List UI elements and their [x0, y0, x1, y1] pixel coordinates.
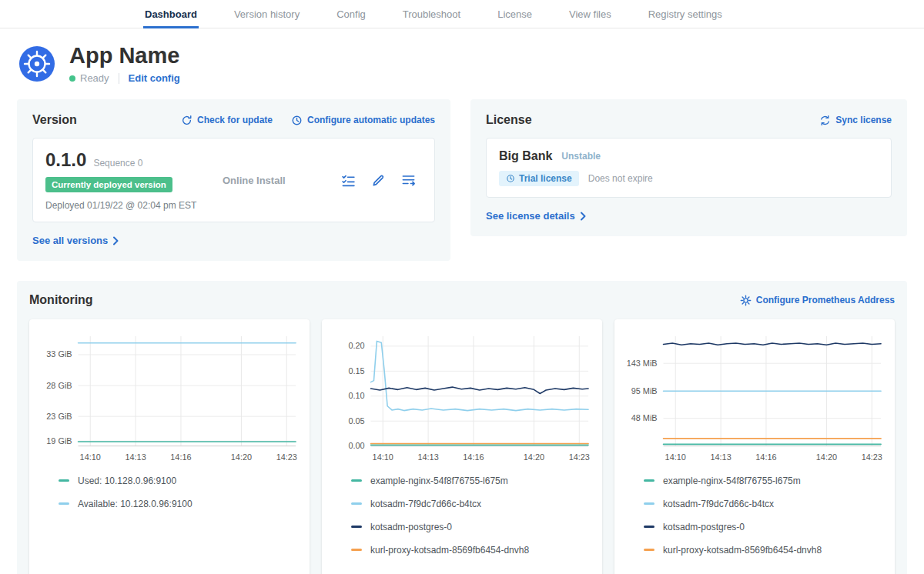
svg-text:48 MiB: 48 MiB: [631, 414, 658, 423]
edit-config-link[interactable]: Edit config: [129, 72, 180, 84]
app-status-row: Ready Edit config: [69, 72, 180, 84]
svg-text:14:13: 14:13: [710, 452, 731, 462]
app-header: App Name Ready Edit config: [0, 28, 924, 87]
svg-text:0.10: 0.10: [348, 392, 364, 401]
memory-usage-legend: example-nginx-54f8f76755-l675mkotsadm-7f…: [622, 476, 887, 568]
cpu-usage-title: CPU Usage: [330, 568, 594, 574]
legend-label: kurl-proxy-kotsadm-8569fb6454-dnvh8: [663, 545, 822, 556]
tab-troubleshoot[interactable]: Troubleshoot: [401, 2, 462, 28]
legend-item: kotsadm-7f9dc7d66c-b4tcx: [351, 499, 594, 509]
svg-text:0.00: 0.00: [348, 442, 364, 451]
sync-icon: [819, 115, 831, 126]
memory-usage-chart: 48 MiB95 MiB143 MiB14:1014:1314:1614:201…: [622, 329, 887, 466]
currently-deployed-badge: Currently deployed version: [45, 177, 172, 192]
monitoring-title: Monitoring: [29, 293, 93, 307]
tab-registry-settings[interactable]: Registry settings: [647, 2, 724, 28]
tab-view-files[interactable]: View files: [567, 2, 613, 28]
deployed-timestamp: Deployed 01/19/22 @ 02:04 pm EST: [45, 200, 206, 211]
legend-item: kurl-proxy-kotsadm-8569fb6454-dnvh8: [644, 545, 887, 556]
charts-row: 19 GiB23 GiB28 GiB33 GiB14:1014:1314:161…: [29, 319, 895, 574]
legend-label: example-nginx-54f8f76755-l675m: [663, 476, 801, 486]
chart-card-cpu: 0.000.050.100.150.2014:1014:1314:1614:20…: [322, 319, 602, 574]
deployed-version-card: 0.1.0 Sequence 0 Currently deployed vers…: [32, 138, 435, 222]
edit-config-icon[interactable]: [371, 173, 386, 188]
legend-item: kotsadm-postgres-0: [644, 522, 887, 532]
legend-swatch: [644, 526, 654, 528]
configure-automatic-updates-button[interactable]: Configure automatic updates: [291, 115, 435, 126]
cpu-chart-svg: 0.000.050.100.150.2014:1014:1314:1614:20…: [330, 329, 594, 466]
legend-swatch: [351, 479, 362, 482]
legend-swatch: [644, 549, 654, 551]
legend-item: Available: 10.128.0.96:9100: [59, 499, 302, 509]
trial-license-badge: Trial license: [499, 171, 579, 186]
version-header-links: Check for update Configure automatic upd…: [181, 115, 435, 126]
status-dot-icon: [69, 75, 75, 82]
svg-text:0.20: 0.20: [348, 342, 364, 351]
svg-text:19 GiB: 19 GiB: [46, 436, 72, 446]
gear-icon: [740, 295, 752, 306]
cpu-usage-legend: example-nginx-54f8f76755-l675mkotsadm-7f…: [330, 476, 594, 568]
version-info: 0.1.0 Sequence 0 Currently deployed vers…: [45, 149, 206, 211]
configure-prometheus-button[interactable]: Configure Prometheus Address: [740, 295, 895, 306]
svg-text:14:20: 14:20: [524, 452, 544, 462]
tab-dashboard[interactable]: Dashboard: [143, 2, 199, 28]
legend-item: kurl-proxy-kotsadm-8569fb6454-dnvh8: [351, 545, 594, 556]
chevron-right-icon: [580, 212, 587, 221]
legend-label: kotsadm-7f9dc7d66c-b4tcx: [370, 499, 481, 509]
legend-label: Used: 10.128.0.96:9100: [78, 476, 176, 486]
summary-cards-row: Version Check for update Configure autom…: [0, 87, 924, 261]
version-number: 0.1.0: [45, 149, 86, 171]
top-nav: Dashboard Version history Config Trouble…: [0, 0, 924, 28]
svg-text:28 GiB: 28 GiB: [46, 381, 72, 390]
tab-version-history[interactable]: Version history: [233, 2, 301, 28]
release-notes-icon[interactable]: [401, 173, 416, 188]
preflight-checks-icon[interactable]: [341, 173, 356, 188]
version-panel-header: Version Check for update Configure autom…: [32, 113, 435, 127]
see-all-versions-link[interactable]: See all versions: [32, 235, 119, 246]
see-all-versions-label: See all versions: [32, 235, 108, 246]
divider: [119, 73, 119, 84]
sync-license-button[interactable]: Sync license: [819, 115, 892, 126]
see-license-details-label: See license details: [486, 210, 575, 222]
check-for-update-button[interactable]: Check for update: [181, 115, 273, 126]
legend-swatch: [59, 502, 69, 505]
clock-icon: [506, 174, 515, 183]
monitoring-header: Monitoring Configure Prometheus Address: [29, 293, 895, 307]
svg-text:14:13: 14:13: [417, 452, 438, 462]
app-title: App Name: [69, 44, 180, 67]
legend-label: Available: 10.128.0.96:9100: [78, 499, 192, 509]
license-expiry: Does not expire: [588, 173, 653, 184]
svg-text:14:16: 14:16: [463, 452, 484, 462]
svg-text:14:20: 14:20: [231, 452, 252, 462]
svg-text:143 MiB: 143 MiB: [627, 359, 658, 368]
svg-text:33 GiB: 33 GiB: [46, 350, 72, 359]
tab-config[interactable]: Config: [335, 2, 367, 28]
legend-label: kotsadm-postgres-0: [663, 522, 745, 532]
disk-usage-chart: 19 GiB23 GiB28 GiB33 GiB14:1014:1314:161…: [37, 329, 302, 466]
legend-swatch: [59, 479, 69, 482]
memory-usage-title: Memory Usage: [622, 568, 887, 574]
memory-chart-svg: 48 MiB95 MiB143 MiB14:1014:1314:1614:201…: [622, 329, 887, 466]
svg-text:95 MiB: 95 MiB: [631, 386, 658, 395]
license-card: Big Bank Unstable Trial license Does not…: [486, 138, 892, 198]
version-actions: [341, 173, 422, 188]
refresh-icon: [181, 115, 192, 126]
trial-license-label: Trial license: [519, 173, 572, 184]
disk-usage-title: Disk Usage: [37, 568, 302, 574]
see-license-details-link[interactable]: See license details: [486, 210, 587, 222]
disk-chart-svg: 19 GiB23 GiB28 GiB33 GiB14:1014:1314:161…: [37, 329, 302, 466]
svg-text:0.15: 0.15: [348, 366, 364, 375]
svg-text:23 GiB: 23 GiB: [46, 412, 72, 421]
legend-swatch: [644, 479, 654, 482]
configure-automatic-updates-label: Configure automatic updates: [307, 115, 435, 125]
app-header-text: App Name Ready Edit config: [69, 44, 180, 84]
svg-text:0.05: 0.05: [348, 416, 364, 425]
legend-swatch: [351, 549, 362, 551]
configure-prometheus-label: Configure Prometheus Address: [756, 295, 895, 305]
legend-swatch: [351, 502, 362, 505]
svg-text:14:23: 14:23: [276, 452, 297, 462]
license-panel-title: License: [486, 113, 532, 127]
tab-license[interactable]: License: [496, 2, 534, 28]
svg-text:14:23: 14:23: [569, 452, 590, 462]
license-channel: Unstable: [561, 151, 601, 162]
